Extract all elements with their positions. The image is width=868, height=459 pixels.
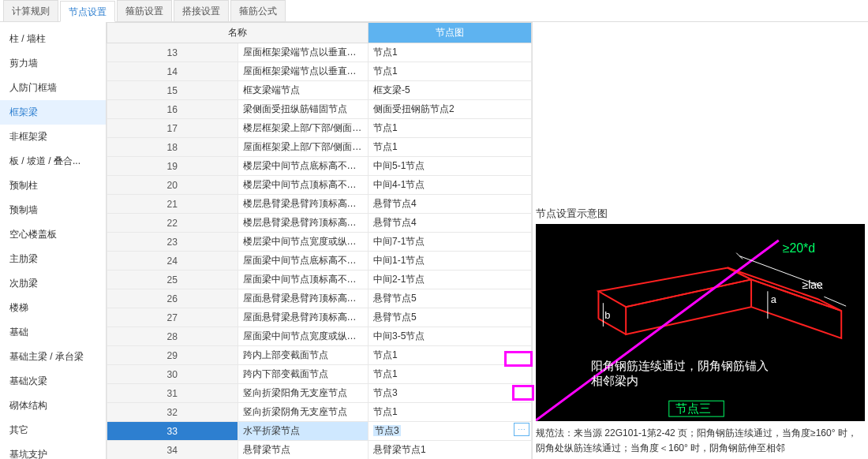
row-name[interactable]: 水平折梁节点 — [238, 422, 369, 441]
row-pic[interactable]: 中间4-1节点 — [369, 176, 532, 195]
row-pic[interactable]: 悬臂节点4 — [369, 195, 532, 214]
row-name[interactable]: 屋面悬臂梁悬臂跨顶标高低于相邻跨时 — [238, 308, 369, 327]
row-pic[interactable]: 节点1 — [369, 43, 532, 62]
row-pic[interactable]: 中间7-1节点 — [369, 233, 532, 252]
sidebar-item-11[interactable]: 楼梯 — [0, 296, 106, 320]
row-number: 15 — [107, 81, 238, 100]
row-pic[interactable]: 节点3 — [369, 384, 532, 403]
row-name[interactable]: 屋面框架梁端节点以垂直墙（墙厚较小时）为支座上部... — [238, 43, 369, 62]
table-row[interactable]: 31竖向折梁阳角无支座节点节点3 — [107, 384, 532, 403]
row-pic[interactable]: 悬臂梁节点1 — [369, 441, 532, 460]
col-header-pic[interactable]: 节点图 — [369, 23, 532, 43]
row-pic[interactable]: 节点3⋯ — [369, 422, 532, 441]
table-row[interactable]: 16梁侧面受扭纵筋锚固节点侧面受扭钢筋节点2 — [107, 100, 532, 119]
table-row[interactable]: 25屋面梁中间节点顶标高不同时中间2-1节点 — [107, 271, 532, 289]
sidebar-item-10[interactable]: 次肋梁 — [0, 271, 106, 296]
row-name[interactable]: 屋面悬臂梁悬臂跨顶标高高于相邻跨时 — [238, 289, 369, 308]
tab-2[interactable]: 箍筋设置 — [117, 0, 172, 21]
sidebar-item-0[interactable]: 柱 / 墙柱 — [0, 27, 106, 51]
row-name[interactable]: 屋面梁中间节点顶标高不同时 — [238, 271, 369, 289]
row-pic[interactable]: 节点1 — [369, 403, 532, 422]
row-name[interactable]: 屋面梁中间节点宽度或纵筋数量不同时 — [238, 327, 369, 346]
row-pic[interactable]: 悬臂节点5 — [369, 289, 532, 308]
row-name[interactable]: 楼层悬臂梁悬臂跨顶标高高于相邻跨时 — [238, 195, 369, 214]
row-pic[interactable]: 侧面受扭钢筋节点2 — [369, 100, 532, 119]
row-pic[interactable]: 节点1 — [369, 365, 532, 384]
ellipsis-button[interactable]: ⋯ — [514, 423, 529, 436]
sidebar-item-9[interactable]: 主肋梁 — [0, 247, 106, 271]
table-row[interactable]: 21楼层悬臂梁悬臂跨顶标高高于相邻跨时悬臂节点4 — [107, 195, 532, 214]
row-name[interactable]: 屋面梁中间节点底标高不同时 — [238, 252, 369, 271]
svg-marker-0 — [598, 268, 751, 308]
row-pic[interactable]: 中间5-1节点 — [369, 157, 532, 176]
table-row[interactable]: 17楼层框架梁上部/下部/侧面受扭钢筋锚入平行墙支座节点节点1 — [107, 119, 532, 138]
row-number: 25 — [107, 271, 238, 289]
sidebar-item-2[interactable]: 人防门框墙 — [0, 76, 106, 100]
tab-3[interactable]: 搭接设置 — [174, 0, 229, 21]
col-header-name[interactable]: 名称 — [107, 23, 369, 43]
table-row[interactable]: 27屋面悬臂梁悬臂跨顶标高低于相邻跨时悬臂节点5 — [107, 308, 532, 327]
sidebar-item-8[interactable]: 空心楼盖板 — [0, 222, 106, 247]
table-row[interactable]: 26屋面悬臂梁悬臂跨顶标高高于相邻跨时悬臂节点5 — [107, 289, 532, 308]
row-name[interactable]: 楼层梁中间节点宽度或纵筋数量不同时 — [238, 233, 369, 252]
sidebar-item-15[interactable]: 砌体结构 — [0, 394, 106, 418]
table-row[interactable]: 29跨内上部变截面节点节点1 — [107, 346, 532, 365]
row-pic[interactable]: 中间1-1节点 — [369, 252, 532, 271]
row-name[interactable]: 悬臂梁节点 — [238, 441, 369, 460]
table-row[interactable]: 28屋面梁中间节点宽度或纵筋数量不同时中间3-5节点 — [107, 327, 532, 346]
sidebar-item-13[interactable]: 基础主梁 / 承台梁 — [0, 345, 106, 369]
row-pic[interactable]: 中间2-1节点 — [369, 271, 532, 289]
table-row[interactable]: 24屋面梁中间节点底标高不同时中间1-1节点 — [107, 252, 532, 271]
sidebar-item-17[interactable]: 基坑支护 — [0, 442, 106, 459]
row-pic[interactable]: 悬臂节点4 — [369, 214, 532, 233]
row-name[interactable]: 楼层梁中间节点顶标高不同时 — [238, 176, 369, 195]
label-a: a — [771, 293, 777, 305]
sidebar-item-1[interactable]: 剪力墙 — [0, 51, 106, 76]
tab-0[interactable]: 计算规则 — [3, 0, 58, 21]
row-name[interactable]: 楼层悬臂梁悬臂跨顶标高低于相邻跨时 — [238, 214, 369, 233]
tab-1[interactable]: 节点设置 — [60, 1, 115, 22]
sidebar-item-7[interactable]: 预制墙 — [0, 198, 106, 222]
row-pic[interactable]: 节点1 — [369, 346, 532, 365]
row-name[interactable]: 跨内上部变截面节点 — [238, 346, 369, 365]
table-row[interactable]: 15框支梁端节点框支梁-5 — [107, 81, 532, 100]
table-row[interactable]: 13屋面框架梁端节点以垂直墙（墙厚较小时）为支座上部...节点1 — [107, 43, 532, 62]
table-row[interactable]: 20楼层梁中间节点顶标高不同时中间4-1节点 — [107, 176, 532, 195]
row-pic[interactable]: 节点1 — [369, 138, 532, 157]
table-row[interactable]: 19楼层梁中间节点底标高不同时中间5-1节点 — [107, 157, 532, 176]
row-name[interactable]: 楼层框架梁上部/下部/侧面受扭钢筋锚入平行墙支座节点 — [238, 119, 369, 138]
row-pic[interactable]: 节点1 — [369, 119, 532, 138]
row-pic[interactable]: 节点1 — [369, 62, 532, 81]
table-row[interactable]: 22楼层悬臂梁悬臂跨顶标高低于相邻跨时悬臂节点4 — [107, 214, 532, 233]
row-name[interactable]: 屋面框架梁上部/下部/侧面受扭钢筋锚入平行墙支座节点 — [238, 138, 369, 157]
row-name[interactable]: 框支梁端节点 — [238, 81, 369, 100]
row-number: 33 — [107, 422, 238, 441]
table-row[interactable]: 34悬臂梁节点悬臂梁节点1 — [107, 441, 532, 460]
table-row[interactable]: 14屋面框架梁端节点以垂直墙（墙厚较小时）为支座下部...节点1 — [107, 62, 532, 81]
row-number: 17 — [107, 119, 238, 138]
sidebar-item-16[interactable]: 其它 — [0, 418, 106, 442]
sidebar-item-12[interactable]: 基础 — [0, 320, 106, 345]
row-name[interactable]: 竖向折梁阴角无支座节点 — [238, 403, 369, 422]
sidebar-item-5[interactable]: 板 / 坡道 / 叠合... — [0, 149, 106, 174]
row-pic[interactable]: 悬臂节点5 — [369, 308, 532, 327]
row-name[interactable]: 竖向折梁阳角无支座节点 — [238, 384, 369, 403]
table-row[interactable]: 30跨内下部变截面节点节点1 — [107, 365, 532, 384]
row-name[interactable]: 楼层梁中间节点底标高不同时 — [238, 157, 369, 176]
table-row[interactable]: 23楼层梁中间节点宽度或纵筋数量不同时中间7-1节点 — [107, 233, 532, 252]
sidebar-item-4[interactable]: 非框架梁 — [0, 125, 106, 149]
table-row[interactable]: 32竖向折梁阴角无支座节点节点1 — [107, 403, 532, 422]
sidebar-item-6[interactable]: 预制柱 — [0, 174, 106, 198]
sidebar-item-14[interactable]: 基础次梁 — [0, 369, 106, 394]
diagram-caption-1: 阳角钢筋连续通过，阴角钢筋锚入 — [591, 360, 769, 372]
label-lae: ≥lae — [803, 278, 823, 291]
row-pic[interactable]: 框支梁-5 — [369, 81, 532, 100]
row-name[interactable]: 梁侧面受扭纵筋锚固节点 — [238, 100, 369, 119]
row-name[interactable]: 屋面框架梁端节点以垂直墙（墙厚较小时）为支座下部... — [238, 62, 369, 81]
tab-4[interactable]: 箍筋公式 — [230, 0, 286, 21]
sidebar-item-3[interactable]: 框架梁 — [0, 100, 106, 125]
table-row[interactable]: 18屋面框架梁上部/下部/侧面受扭钢筋锚入平行墙支座节点节点1 — [107, 138, 532, 157]
row-name[interactable]: 跨内下部变截面节点 — [238, 365, 369, 384]
row-pic[interactable]: 中间3-5节点 — [369, 327, 532, 346]
table-row[interactable]: 33水平折梁节点节点3⋯ — [107, 422, 532, 441]
